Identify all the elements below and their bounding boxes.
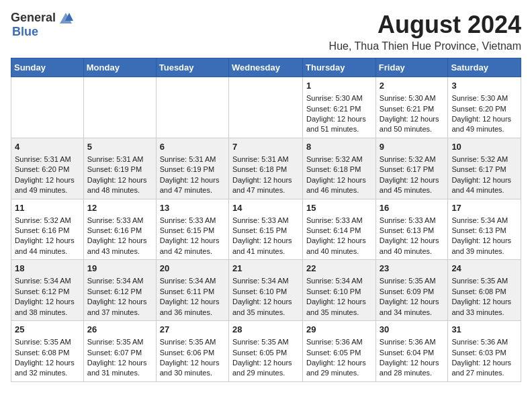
logo: General Blue (11, 11, 73, 39)
calendar-cell: 15Sunrise: 5:33 AMSunset: 6:14 PMDayligh… (303, 199, 376, 260)
calendar-title: August 2024 (329, 11, 521, 39)
week-row-4: 18Sunrise: 5:34 AMSunset: 6:12 PMDayligh… (11, 260, 521, 321)
title-block: August 2024 Hue, Thua Thien Hue Province… (329, 11, 521, 52)
calendar-cell: 28Sunrise: 5:35 AMSunset: 6:05 PMDayligh… (228, 321, 302, 382)
day-number: 12 (87, 202, 152, 214)
calendar-cell: 31Sunrise: 5:36 AMSunset: 6:03 PMDayligh… (448, 321, 521, 382)
day-number: 9 (380, 141, 445, 153)
calendar-cell: 26Sunrise: 5:35 AMSunset: 6:07 PMDayligh… (83, 321, 156, 382)
calendar-cell: 27Sunrise: 5:35 AMSunset: 6:06 PMDayligh… (156, 321, 228, 382)
calendar-cell: 12Sunrise: 5:33 AMSunset: 6:16 PMDayligh… (83, 199, 156, 260)
calendar-table: SundayMondayTuesdayWednesdayThursdayFrid… (11, 58, 521, 382)
day-number: 22 (306, 263, 372, 275)
calendar-cell: 13Sunrise: 5:33 AMSunset: 6:15 PMDayligh… (156, 199, 228, 260)
calendar-cell: 3Sunrise: 5:30 AMSunset: 6:20 PMDaylight… (448, 77, 521, 138)
calendar-cell: 2Sunrise: 5:30 AMSunset: 6:21 PMDaylight… (375, 77, 448, 138)
calendar-subtitle: Hue, Thua Thien Hue Province, Vietnam (329, 40, 521, 52)
day-number: 5 (87, 141, 152, 153)
header-day-wednesday: Wednesday (228, 58, 302, 77)
logo-blue: Blue (11, 25, 38, 38)
calendar-cell: 23Sunrise: 5:35 AMSunset: 6:09 PMDayligh… (375, 260, 448, 321)
calendar-cell: 1Sunrise: 5:30 AMSunset: 6:21 PMDaylight… (303, 77, 376, 138)
day-number: 1 (306, 80, 372, 92)
calendar-cell: 7Sunrise: 5:31 AMSunset: 6:18 PMDaylight… (228, 138, 302, 199)
calendar-cell: 11Sunrise: 5:32 AMSunset: 6:16 PMDayligh… (11, 199, 84, 260)
header-day-thursday: Thursday (303, 58, 376, 77)
calendar-cell: 8Sunrise: 5:32 AMSunset: 6:18 PMDaylight… (303, 138, 376, 199)
logo-general: General (11, 11, 56, 25)
calendar-cell: 21Sunrise: 5:34 AMSunset: 6:10 PMDayligh… (228, 260, 302, 321)
calendar-cell: 24Sunrise: 5:35 AMSunset: 6:08 PMDayligh… (448, 260, 521, 321)
day-number: 18 (15, 263, 80, 275)
day-number: 14 (232, 202, 299, 214)
calendar-cell: 9Sunrise: 5:32 AMSunset: 6:17 PMDaylight… (375, 138, 448, 199)
day-number: 4 (15, 141, 80, 153)
calendar-cell: 6Sunrise: 5:31 AMSunset: 6:19 PMDaylight… (156, 138, 228, 199)
calendar-cell: 5Sunrise: 5:31 AMSunset: 6:19 PMDaylight… (83, 138, 156, 199)
day-number: 19 (87, 263, 152, 275)
day-number: 11 (15, 202, 80, 214)
calendar-cell: 19Sunrise: 5:34 AMSunset: 6:12 PMDayligh… (83, 260, 156, 321)
calendar-cell: 29Sunrise: 5:36 AMSunset: 6:05 PMDayligh… (303, 321, 376, 382)
day-number: 6 (160, 141, 225, 153)
calendar-cell: 10Sunrise: 5:32 AMSunset: 6:17 PMDayligh… (448, 138, 521, 199)
calendar-cell: 14Sunrise: 5:33 AMSunset: 6:15 PMDayligh… (228, 199, 302, 260)
day-number: 26 (87, 324, 152, 336)
day-number: 20 (160, 263, 225, 275)
week-row-1: 1Sunrise: 5:30 AMSunset: 6:21 PMDaylight… (11, 77, 521, 138)
week-row-2: 4Sunrise: 5:31 AMSunset: 6:20 PMDaylight… (11, 138, 521, 199)
day-number: 16 (380, 202, 445, 214)
calendar-cell: 30Sunrise: 5:36 AMSunset: 6:04 PMDayligh… (375, 321, 448, 382)
day-number: 21 (232, 263, 299, 275)
day-number: 3 (451, 80, 517, 92)
day-number: 10 (451, 141, 517, 153)
day-number: 13 (160, 202, 225, 214)
header-day-friday: Friday (375, 58, 448, 77)
calendar-cell (156, 77, 228, 138)
header-day-saturday: Saturday (448, 58, 521, 77)
header-day-monday: Monday (83, 58, 156, 77)
day-number: 7 (232, 141, 299, 153)
calendar-cell: 22Sunrise: 5:34 AMSunset: 6:10 PMDayligh… (303, 260, 376, 321)
day-number: 24 (451, 263, 517, 275)
calendar-cell: 18Sunrise: 5:34 AMSunset: 6:12 PMDayligh… (11, 260, 84, 321)
day-number: 23 (380, 263, 445, 275)
logo-icon (58, 11, 73, 25)
calendar-body: 1Sunrise: 5:30 AMSunset: 6:21 PMDaylight… (11, 77, 521, 382)
calendar-cell (11, 77, 84, 138)
header-day-tuesday: Tuesday (156, 58, 228, 77)
week-row-3: 11Sunrise: 5:32 AMSunset: 6:16 PMDayligh… (11, 199, 521, 260)
day-number: 30 (380, 324, 445, 336)
calendar-cell: 25Sunrise: 5:35 AMSunset: 6:08 PMDayligh… (11, 321, 84, 382)
day-number: 28 (232, 324, 299, 336)
calendar-cell (83, 77, 156, 138)
header: General Blue August 2024 Hue, Thua Thien… (11, 11, 521, 52)
day-number: 31 (451, 324, 517, 336)
day-number: 27 (160, 324, 225, 336)
day-number: 2 (380, 80, 445, 92)
day-number: 29 (306, 324, 372, 336)
header-day-sunday: Sunday (11, 58, 84, 77)
calendar-cell: 16Sunrise: 5:33 AMSunset: 6:13 PMDayligh… (375, 199, 448, 260)
day-number: 25 (15, 324, 80, 336)
day-number: 17 (451, 202, 517, 214)
calendar-cell (228, 77, 302, 138)
calendar-cell: 4Sunrise: 5:31 AMSunset: 6:20 PMDaylight… (11, 138, 84, 199)
calendar-header-row: SundayMondayTuesdayWednesdayThursdayFrid… (11, 58, 521, 77)
calendar-cell: 17Sunrise: 5:34 AMSunset: 6:13 PMDayligh… (448, 199, 521, 260)
day-number: 8 (306, 141, 372, 153)
day-number: 15 (306, 202, 372, 214)
calendar-cell: 20Sunrise: 5:34 AMSunset: 6:11 PMDayligh… (156, 260, 228, 321)
week-row-5: 25Sunrise: 5:35 AMSunset: 6:08 PMDayligh… (11, 321, 521, 382)
